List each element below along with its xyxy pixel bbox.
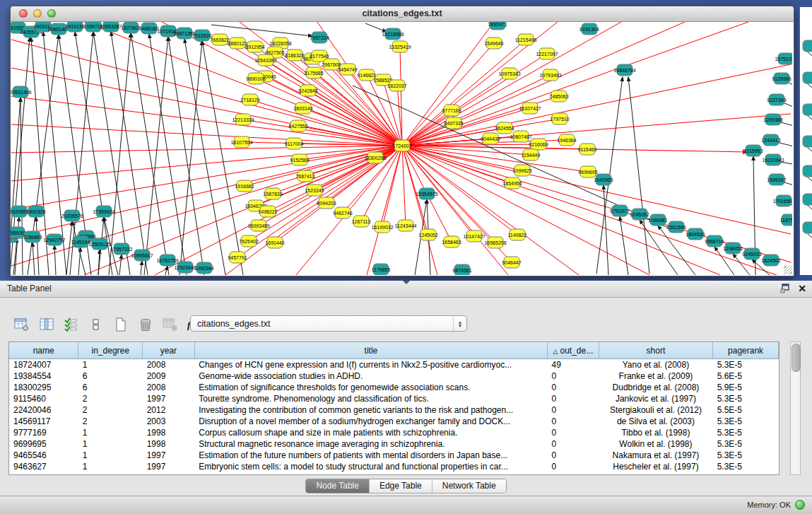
graph-edge[interactable] — [604, 185, 608, 275]
graph-node-label: 1209388 — [763, 117, 782, 122]
network-graph-canvas[interactable]: 1724007261552824055724190311320691406191… — [11, 22, 792, 275]
graph-edge[interactable] — [402, 146, 437, 275]
graph-edge[interactable] — [211, 25, 312, 36]
graph-node-label: 2718129 — [240, 98, 259, 103]
graph-edge[interactable] — [11, 146, 402, 238]
column-header-short[interactable]: short — [599, 342, 712, 359]
column-header-title[interactable]: title — [194, 342, 547, 359]
graph-edge[interactable] — [144, 37, 168, 275]
tab-network-table[interactable]: Network Table — [433, 479, 506, 493]
graph-node-label: 16648784 — [613, 68, 635, 73]
column-header-year[interactable]: year — [143, 342, 195, 359]
node-table[interactable]: namein_degreeyeartitle△out_de...shortpag… — [8, 341, 779, 475]
delete-trash-icon[interactable] — [136, 316, 155, 333]
graph-edge[interactable] — [11, 40, 402, 146]
background-network-window[interactable] — [799, 7, 812, 275]
graph-node-label: 9874561 — [452, 268, 471, 273]
graph-edge[interactable] — [11, 146, 402, 209]
table-selector-dropdown[interactable]: citations_edges.txt ▲▼ — [190, 315, 467, 332]
table-row[interactable]: 911546021997Tourette syndrome. Phenomeno… — [9, 393, 779, 404]
graph-node-label: 9242848 — [298, 88, 317, 93]
new-document-icon[interactable] — [112, 316, 130, 333]
graph-edge[interactable] — [119, 255, 122, 275]
table-cell: 1997 — [143, 393, 195, 404]
graph-edge[interactable] — [402, 43, 494, 146]
graph-edge[interactable] — [11, 96, 402, 146]
graph-node[interactable] — [803, 222, 812, 233]
graph-edge[interactable] — [402, 146, 579, 275]
column-header-out_de[interactable]: △out_de... — [548, 342, 599, 359]
graph-node-label: 18300295 — [364, 156, 386, 160]
table-vertical-scrollbar[interactable] — [790, 341, 801, 475]
table-row[interactable]: 1938455462009Genome-wide association stu… — [9, 370, 779, 382]
table-cell: 1 — [78, 359, 143, 371]
rows-icon[interactable] — [87, 316, 105, 333]
graph-node[interactable] — [803, 72, 812, 83]
table-delete-icon[interactable] — [161, 316, 180, 333]
scrollbar-thumb[interactable] — [792, 344, 801, 372]
table-row[interactable]: 946362711997Embryonic stem cells: a mode… — [9, 461, 779, 472]
graph-edge[interactable] — [628, 77, 649, 274]
window-resize-grip[interactable] — [784, 266, 792, 274]
graph-edge[interactable] — [402, 146, 791, 234]
graph-edge[interactable] — [36, 217, 39, 275]
column-header-in_degree[interactable]: in_degree — [78, 342, 143, 359]
column-header-name[interactable]: name — [9, 342, 78, 359]
column-select-icon[interactable] — [37, 316, 56, 333]
table-cell: 9699695 — [9, 438, 78, 450]
table-settings-icon[interactable] — [13, 316, 31, 333]
graph-node-label: 1691440 — [265, 240, 284, 245]
graph-edge[interactable] — [11, 68, 402, 146]
window-titlebar[interactable]: citations_edges.txt — [11, 6, 794, 22]
graph-edge[interactable] — [111, 32, 148, 275]
table-row[interactable]: 2242004622012Investigating the contribut… — [9, 404, 779, 416]
graph-node-label: 16585208 — [484, 240, 506, 245]
graph-node[interactable] — [803, 104, 812, 115]
graph-edge[interactable] — [303, 108, 402, 146]
table-cell: 18724007 — [9, 359, 78, 371]
table-row[interactable]: 1872400712008Changes of HCN gene express… — [9, 359, 779, 371]
table-cell: Tourette syndrome. Phenomenology and cla… — [194, 393, 547, 404]
graph-edge[interactable] — [66, 221, 72, 275]
graph-node-label: 1587833 — [263, 192, 282, 197]
graph-edge[interactable] — [11, 146, 402, 153]
network-view-window[interactable]: citations_edges.txt 17240072615528240557… — [10, 6, 794, 276]
float-panel-icon[interactable] — [780, 284, 791, 293]
graph-edge[interactable] — [265, 76, 402, 146]
graph-edge[interactable] — [15, 217, 19, 275]
table-row[interactable]: 946554611997Estimation of the future num… — [9, 450, 779, 461]
table-row[interactable]: 1456911722003Disruption of a novel membe… — [9, 416, 779, 427]
graph-edge[interactable] — [620, 216, 628, 275]
memory-status-icon[interactable] — [795, 500, 805, 510]
graph-edge[interactable] — [365, 23, 387, 32]
tab-edge-table[interactable]: Edge Table — [370, 479, 433, 493]
graph-node[interactable] — [803, 165, 812, 177]
column-header-pagerank[interactable]: pagerank — [713, 342, 779, 359]
tab-node-table[interactable]: Node Table — [306, 479, 370, 493]
table-row[interactable]: 1830029562008Estimation of significance … — [9, 382, 779, 393]
graph-node[interactable] — [803, 136, 812, 147]
row-select-icon[interactable] — [62, 316, 81, 333]
graph-edge[interactable] — [243, 119, 402, 146]
graph-edge[interactable] — [402, 146, 748, 152]
graph-node-label: 10807487 — [510, 134, 531, 139]
graph-node-label: 1919138 — [65, 24, 84, 29]
graph-node[interactable] — [803, 40, 812, 52]
table-cell: 5.3E-5 — [713, 393, 779, 404]
split-pane-grip-icon[interactable] — [403, 281, 410, 284]
table-cell: 0 — [548, 416, 599, 427]
graph-edge[interactable] — [165, 266, 167, 275]
graph-edge[interactable] — [367, 146, 402, 275]
table-cell: 5.9E-5 — [713, 382, 779, 393]
graph-edge[interactable] — [54, 245, 56, 275]
graph-node[interactable] — [803, 194, 812, 205]
close-panel-icon[interactable]: ✕ — [798, 283, 806, 294]
graph-edge[interactable] — [402, 146, 720, 275]
graph-edge[interactable] — [141, 261, 142, 275]
graph-node-label: 1245052 — [418, 233, 437, 238]
graph-edge[interactable] — [131, 33, 169, 275]
graph-node-label: 1145194 — [71, 240, 90, 245]
graph-edge[interactable] — [149, 34, 187, 275]
table-row[interactable]: 969969511998Structural magnetic resonanc… — [9, 438, 779, 450]
table-row[interactable]: 977716911998Corpus callosum shape and si… — [9, 427, 779, 438]
